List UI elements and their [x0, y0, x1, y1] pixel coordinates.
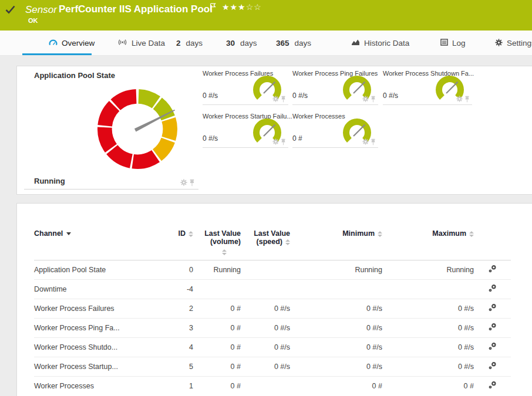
gauge-segment-yellow — [161, 117, 177, 141]
tab-unit: days — [240, 39, 257, 48]
mini-gauge-value: 0 #/s — [383, 92, 398, 100]
cell-last-value-speed — [241, 260, 290, 279]
gauge-pin-icon[interactable] — [464, 96, 470, 103]
gauge-gear-icon[interactable] — [456, 96, 463, 103]
gauge-pin-icon[interactable] — [281, 138, 286, 145]
mini-gauge-value: 0 #/s — [203, 92, 218, 100]
gauge-pin-icon[interactable] — [281, 96, 286, 103]
col-header-channel[interactable]: Channel — [34, 221, 158, 260]
table-row: Worker Process Ping Fa...30 #0 #/s0 #/s0… — [34, 318, 511, 337]
tab-30-days[interactable]: 30 days — [226, 31, 257, 56]
gauge-gear-icon[interactable] — [272, 138, 279, 145]
list-icon — [440, 39, 448, 48]
cell-id: 5 — [158, 357, 193, 376]
tab-live-data[interactable]: Live Data — [117, 31, 165, 56]
mini-gauge-value: 0 #/s — [292, 92, 308, 100]
tab-label: Live Data — [132, 39, 165, 48]
sensor-title: PerfCounter IIS Application Pool — [59, 4, 213, 15]
tab-label: Overview — [62, 39, 95, 48]
cell-channel: Worker Process Ping Fa... — [34, 318, 158, 337]
cell-id: 1 — [158, 376, 193, 395]
cell-last-value-volume: 0 # — [193, 318, 241, 337]
col-label-line2: (speed) — [257, 238, 282, 246]
channel-settings-icon[interactable] — [488, 325, 497, 333]
channel-settings-icon[interactable] — [488, 306, 497, 314]
cell-last-value-volume: Running — [193, 260, 241, 279]
col-header-actions — [474, 221, 511, 260]
table-row: Worker Process Shutdo...40 #0 #/s0 #/s0 … — [34, 337, 511, 357]
cell-last-value-speed: 0 #/s — [241, 337, 290, 357]
main-gauge-value: Running — [34, 177, 65, 185]
gauge-icon — [49, 39, 58, 48]
channel-settings-icon[interactable] — [488, 383, 497, 391]
sensor-status-bar: Sensor PerfCounter IIS Application Pool … — [0, 0, 532, 31]
col-label: Maximum — [432, 229, 466, 238]
table-row: Application Pool State0RunningRunningRun… — [34, 260, 511, 279]
cell-last-value-volume: 0 # — [193, 376, 241, 395]
mini-gauge-worker-processes: Worker Processes 0 # — [292, 110, 378, 148]
main-gauge — [87, 79, 187, 179]
divider — [24, 189, 198, 189]
cell-minimum: 0 #/s — [290, 318, 382, 337]
tab-2-days[interactable]: 2 days — [176, 31, 203, 56]
cell-last-value-speed: 0 #/s — [241, 357, 290, 376]
sort-icon — [285, 239, 290, 245]
col-header-minimum[interactable]: Minimum — [290, 221, 382, 260]
cell-id: -4 — [158, 279, 193, 299]
cell-id: 3 — [158, 318, 193, 337]
status-check-icon — [5, 5, 15, 16]
gauge-gear-icon[interactable] — [180, 179, 187, 187]
cell-channel: Worker Process Startup... — [34, 357, 158, 376]
priority-stars[interactable]: ★★★☆☆ — [222, 2, 262, 12]
tab-label: Historic Data — [364, 39, 409, 48]
gauge-pin-icon[interactable] — [189, 179, 195, 187]
tab-365-days[interactable]: 365 days — [276, 31, 311, 56]
gauge-gear-icon[interactable] — [362, 96, 369, 103]
cell-last-value-volume: 0 # — [193, 357, 241, 376]
gauge-pin-icon[interactable] — [371, 138, 376, 145]
table-header-row: Channel ID Last Value(volume) Last Value… — [34, 221, 511, 260]
cell-last-value-volume: 0 # — [193, 299, 241, 318]
channel-settings-icon[interactable] — [488, 267, 497, 275]
channel-settings-icon[interactable] — [488, 286, 497, 295]
cell-minimum: 0 #/s — [290, 357, 382, 376]
cell-channel: Downtime — [34, 279, 158, 299]
object-type-label: Sensor — [25, 4, 57, 16]
tab-historic-data[interactable]: Historic Data — [351, 31, 409, 56]
sort-icon — [469, 231, 474, 237]
cell-id: 4 — [158, 337, 193, 357]
col-header-last-value-speed[interactable]: Last Value(speed) — [241, 221, 290, 260]
gauge-gear-icon[interactable] — [272, 96, 279, 103]
tab-settings[interactable]: Settings — [495, 31, 532, 56]
channel-table-panel: Channel ID Last Value(volume) Last Value… — [16, 203, 532, 396]
sort-icon — [188, 231, 193, 237]
col-label: ID — [179, 229, 186, 238]
mini-gauge-title: Worker Processes — [292, 113, 345, 120]
flag-icon — [210, 3, 216, 13]
tab-log[interactable]: Log — [440, 31, 466, 56]
cell-maximum: 0 # — [382, 376, 474, 395]
gauge-pin-icon[interactable] — [371, 96, 376, 103]
cell-minimum — [290, 279, 382, 299]
col-header-maximum[interactable]: Maximum — [382, 221, 474, 260]
channel-settings-icon[interactable] — [488, 344, 497, 353]
gauge-gear-icon[interactable] — [362, 138, 369, 145]
mini-gauge-worker-process-ping-failures: Worker Process Ping Failures 0 #/s — [292, 67, 378, 105]
tab-overview[interactable]: Overview — [49, 31, 95, 56]
overview-gauges-panel: Application Pool State Running Worker Pr… — [16, 66, 532, 195]
cell-maximum: Running — [382, 260, 474, 279]
col-header-last-value-volume[interactable]: Last Value(volume) — [193, 221, 241, 260]
tab-bar: Overview Live Data 2 days 30 days 365 da… — [0, 31, 532, 56]
channel-settings-icon[interactable] — [488, 364, 497, 372]
col-label: Channel — [34, 229, 63, 238]
cell-last-value-speed: 0 #/s — [241, 318, 290, 337]
col-header-id[interactable]: ID — [158, 221, 193, 260]
mini-gauge-value: 0 #/s — [203, 134, 218, 143]
col-label: Minimum — [342, 229, 375, 238]
cell-last-value-speed: 0 #/s — [241, 299, 290, 318]
chart-icon — [351, 39, 360, 48]
cell-minimum: 0 #/s — [290, 299, 382, 318]
cell-id: 2 — [158, 299, 193, 318]
sort-icon — [378, 231, 382, 237]
mini-gauge-worker-process-startup-failures: Worker Process Startup Failu... 0 #/s — [203, 110, 288, 148]
